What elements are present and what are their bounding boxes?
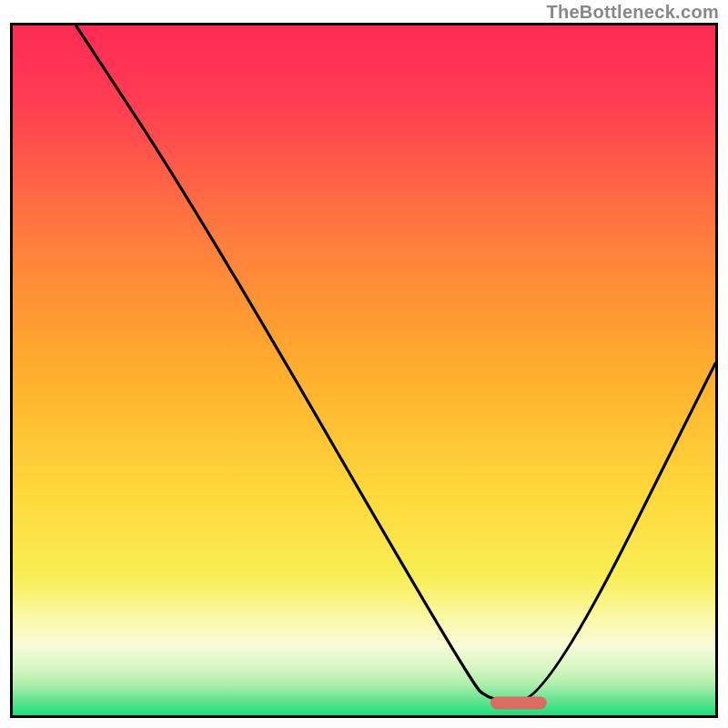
- optimal-marker: [490, 696, 547, 709]
- plot-frame: [10, 23, 718, 718]
- plot-surface: [13, 25, 715, 715]
- chart-container: TheBottleneck.com: [0, 0, 728, 728]
- gradient-background: [13, 25, 715, 715]
- watermark-text: TheBottleneck.com: [546, 2, 719, 23]
